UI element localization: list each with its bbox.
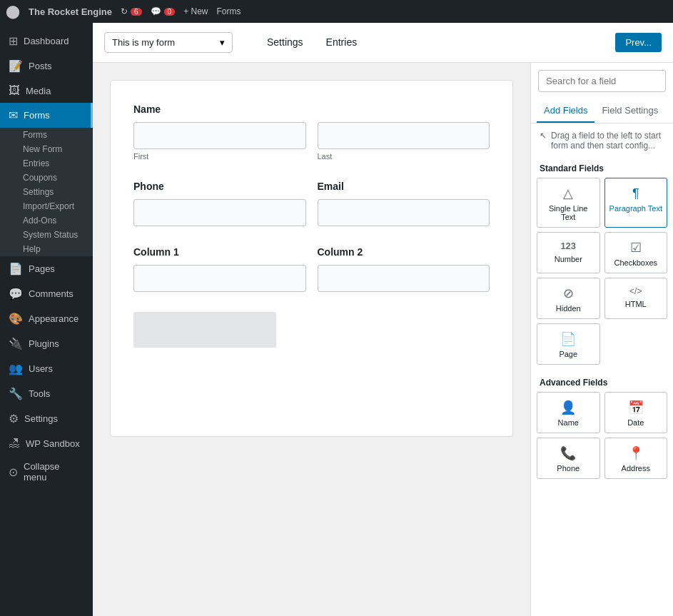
sidebar-item-collapse[interactable]: ⊙ Collapse menu [0, 455, 93, 488]
form-canvas: Name First Last [93, 63, 530, 616]
search-field-input[interactable] [538, 70, 666, 92]
updates-item[interactable]: ↻ 6 [121, 6, 142, 16]
sidebar-item-users[interactable]: 👥 Users [0, 356, 93, 381]
sidebar-item-dashboard[interactable]: ⊞ Dashboard [0, 29, 93, 54]
form-row-label-col2: Column 2 [318, 246, 490, 258]
sidebar-item-pages[interactable]: 📄 Pages [0, 256, 93, 281]
forms-topbar-item[interactable]: Forms [217, 6, 241, 16]
sidebar-item-label: Posts [29, 61, 52, 71]
sidebar-sub-system-status[interactable]: System Status [0, 228, 93, 242]
settings-icon: ⚙ [9, 412, 19, 425]
tab-settings[interactable]: Settings [255, 31, 315, 55]
address-label: Address [622, 464, 650, 473]
first-name-input[interactable] [133, 122, 306, 149]
sidebar-item-forms[interactable]: ✉ Forms [0, 103, 93, 128]
name-adv-icon: 👤 [560, 401, 576, 414]
sidebar-sub-import-export[interactable]: Import/Export [0, 199, 93, 213]
tab-field-settings[interactable]: Field Settings [594, 99, 665, 123]
field-card-name[interactable]: 👤 Name [537, 392, 600, 433]
address-icon: 📍 [628, 447, 644, 460]
sidebar-sub-coupons[interactable]: Coupons [0, 171, 93, 185]
appearance-icon: 🎨 [9, 312, 23, 325]
tab-entries[interactable]: Entries [315, 31, 369, 55]
sidebar-sub-help[interactable]: Help [0, 242, 93, 256]
chevron-down-icon: ▾ [220, 37, 225, 48]
form-row-label-name: Name [133, 103, 490, 115]
sidebar-item-wp-sandbox[interactable]: 🏖 WP Sandbox [0, 431, 93, 455]
sidebar-sub-add-ons[interactable]: Add-Ons [0, 213, 93, 228]
sidebar-item-tools[interactable]: 🔧 Tools [0, 381, 93, 406]
number-label: Number [555, 255, 582, 263]
field-card-hidden[interactable]: ⊘ Hidden [537, 278, 600, 319]
right-panel: Add Fields Field Settings ↖ Drag a field… [530, 63, 673, 616]
single-line-label: Single Line Text [542, 204, 595, 221]
sidebar-item-label: WP Sandbox [26, 438, 80, 449]
admin-bar: ⬤ The Rocket Engine ↻ 6 💬 0 + New Forms [0, 0, 673, 23]
sidebar: ⊞ Dashboard 📝 Posts 🖼 Media ✉ Forms Form… [0, 23, 93, 616]
comment-icon: 💬 [151, 6, 161, 16]
preview-button[interactable]: Prev... [615, 33, 662, 52]
tab-add-fields[interactable]: Add Fields [537, 99, 594, 123]
form-selector-dropdown[interactable]: This is my form ▾ [104, 32, 233, 53]
wp-sandbox-icon: 🏖 [9, 437, 20, 450]
sidebar-item-label: Tools [29, 388, 50, 399]
first-name-sublabel: First [133, 152, 306, 161]
site-name[interactable]: The Rocket Engine [29, 6, 112, 17]
form-row-name: Name First Last [133, 103, 490, 161]
comments-item[interactable]: 💬 0 [151, 6, 176, 16]
email-input[interactable] [318, 199, 490, 226]
sidebar-sub-new-form[interactable]: New Form [0, 142, 93, 156]
builder-area: Name First Last [93, 63, 673, 616]
field-card-date[interactable]: 📅 Date [604, 392, 668, 433]
sidebar-item-label: Media [26, 86, 51, 96]
html-label: HTML [625, 300, 647, 308]
phone-input[interactable] [133, 199, 306, 226]
date-icon: 📅 [628, 401, 644, 414]
field-card-html[interactable]: </> HTML [604, 278, 668, 319]
sidebar-sub-entries[interactable]: Entries [0, 156, 93, 171]
new-label: + New [183, 6, 208, 16]
sidebar-item-label: Dashboard [24, 36, 69, 46]
sidebar-sub-settings[interactable]: Settings [0, 185, 93, 199]
dashboard-icon: ⊞ [9, 34, 18, 48]
sidebar-item-plugins[interactable]: 🔌 Plugins [0, 331, 93, 356]
sidebar-item-comments[interactable]: 💬 Comments [0, 281, 93, 306]
top-bar: This is my form ▾ Settings Entries Prev.… [93, 23, 673, 63]
sidebar-item-settings[interactable]: ⚙ Settings [0, 406, 93, 431]
sidebar-item-label: Forms [24, 110, 50, 121]
form-canvas-inner: Name First Last [110, 80, 513, 437]
sidebar-item-media[interactable]: 🖼 Media [0, 79, 93, 103]
checkboxes-icon: ☑ [630, 241, 642, 254]
last-name-input[interactable] [318, 122, 490, 149]
top-bar-nav: Settings Entries [255, 31, 368, 55]
advanced-fields-title: Advanced Fields [531, 372, 673, 392]
sidebar-item-label: Comments [29, 288, 74, 299]
sidebar-item-label: Collapse menu [24, 461, 84, 483]
sidebar-item-label: Settings [24, 413, 58, 424]
forms-icon: ✉ [9, 108, 18, 122]
sidebar-item-label: Pages [29, 263, 55, 274]
single-line-icon: △ [563, 187, 573, 200]
field-card-page[interactable]: 📄 Page [537, 323, 600, 365]
form-row-label-phone: Phone [133, 181, 306, 192]
form-row-label-col1: Column 1 [133, 246, 306, 258]
sidebar-item-posts[interactable]: 📝 Posts [0, 54, 93, 79]
sidebar-item-appearance[interactable]: 🎨 Appearance [0, 306, 93, 331]
checkboxes-label: Checkboxes [614, 258, 657, 267]
form-field-phone: Phone [133, 181, 306, 226]
field-card-single-line[interactable]: △ Single Line Text [537, 178, 600, 228]
field-card-number[interactable]: 123 Number [537, 232, 600, 273]
new-item[interactable]: + New [183, 6, 208, 16]
column2-input[interactable] [318, 265, 490, 292]
hidden-icon: ⊘ [563, 287, 574, 300]
field-card-phone-adv[interactable]: 📞 Phone [537, 438, 600, 479]
field-card-address[interactable]: 📍 Address [604, 438, 668, 479]
form-field-first-name: First [133, 122, 306, 161]
form-field-last-name: Last [318, 122, 490, 161]
top-bar-right: Prev... [615, 33, 662, 52]
updates-icon: ↻ [121, 6, 128, 16]
field-card-checkboxes[interactable]: ☑ Checkboxes [604, 232, 668, 273]
column1-input[interactable] [133, 265, 306, 292]
content-area: This is my form ▾ Settings Entries Prev.… [93, 23, 673, 616]
field-card-paragraph[interactable]: ¶ Paragraph Text [604, 178, 668, 228]
